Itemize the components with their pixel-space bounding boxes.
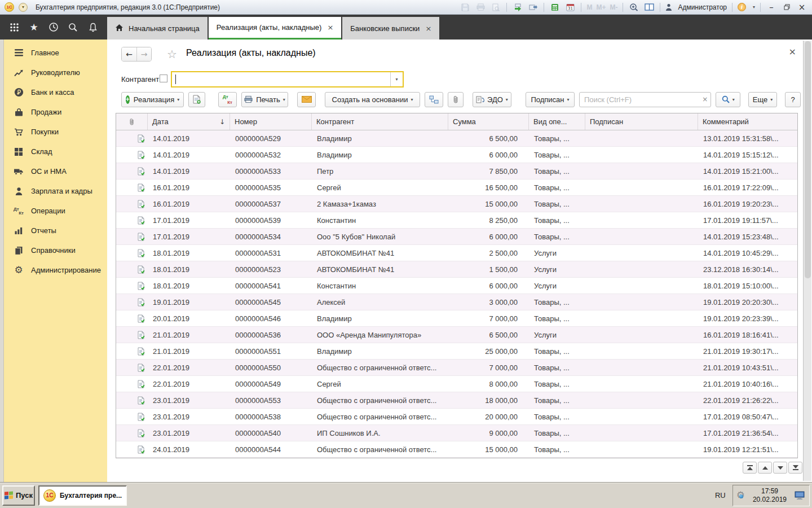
monitor-icon[interactable] [795,491,806,500]
col-sum[interactable]: Сумма [448,113,529,130]
tray-clock[interactable]: 17:59 20.02.2019 [748,487,791,504]
table-row[interactable]: 16.01.2019 0000000А537 2 Камаза+1камаз 1… [116,196,797,212]
table-row[interactable]: 23.01.2019 0000000А553 Общество с ограни… [116,392,797,409]
table-row[interactable]: 21.01.2019 0000000А536 ООО «Аренда Манип… [116,327,797,343]
table-row[interactable]: 19.01.2019 0000000А545 Алексей 3 000,00 … [116,294,797,310]
tab-home[interactable]: Начальная страница [107,17,208,40]
memory-m-button[interactable]: M [586,3,592,11]
col-operation-type[interactable]: Вид опе... [529,113,585,130]
sidebar-item-payroll-hr[interactable]: Зарплата и кадры [4,181,107,201]
nav-up-button[interactable] [758,462,772,474]
table-row[interactable]: 22.01.2019 0000000А549 Сергей 8 000,00 Т… [116,376,797,392]
minimize-button[interactable]: – [766,2,777,12]
copy-document-button[interactable] [188,92,205,107]
sidebar-item-operations[interactable]: ДтКт Операции [4,201,107,221]
close-window-button[interactable]: × [796,2,807,12]
contractor-input[interactable] [172,72,390,86]
table-row[interactable]: 14.01.2019 0000000А529 Владимир 6 500,00… [116,130,797,147]
help-button[interactable]: ? [785,92,801,107]
calendar-icon-button[interactable]: 31 [564,2,576,12]
tab-bank-statements[interactable]: Банковские выписки × [342,17,439,40]
import-link-icon-button[interactable] [512,2,523,12]
table-row[interactable]: 21.01.2019 0000000А551 Владимир 25 000,0… [116,343,797,360]
apps-grid-icon[interactable] [7,20,21,34]
create-based-on-button[interactable]: Создать на основании▾ [325,92,420,107]
print-button[interactable]: Печать▾ [241,92,288,107]
signed-filter-button[interactable]: Подписан▾ [526,92,575,107]
memory-m-plus-button[interactable]: M+ [596,3,606,11]
tab-realization[interactable]: Реализация (акты, накладные) × [209,17,342,40]
memory-m-minus-button[interactable]: M- [610,3,617,11]
table-row[interactable]: 16.01.2019 0000000А535 Сергей 16 500,00 … [116,179,797,196]
table-row[interactable]: 18.01.2019 0000000А531 АВТОКОМБИНАТ №41 … [116,245,797,261]
export-link-icon-button[interactable] [527,2,539,12]
back-button[interactable]: ← [122,47,136,61]
global-search-icon[interactable] [67,20,80,34]
nav-last-button[interactable] [788,462,802,474]
table-row[interactable]: 23.01.2019 0000000А538 Общество с ограни… [116,409,797,425]
sidebar-item-bank-cash[interactable]: Банк и касса [4,82,107,102]
calculator-icon-button[interactable] [549,2,561,12]
table-row[interactable]: 22.01.2019 0000000А550 Общество с ограни… [116,360,797,376]
left-scroll-strip[interactable] [0,40,4,482]
form-scrollbar[interactable] [803,41,811,481]
dt-kt-button[interactable]: ДтКт [218,92,237,107]
edo-button[interactable]: ЭДО▾ [473,92,511,107]
split-view-icon-button[interactable] [643,2,655,12]
nav-down-button[interactable] [773,462,787,474]
sidebar-item-manager[interactable]: Руководителю [4,63,107,82]
save-icon-button[interactable] [460,2,471,12]
zoom-icon-button[interactable] [628,2,639,12]
sidebar-item-warehouse[interactable]: Склад [4,142,107,161]
col-signed[interactable]: Подписан [585,113,698,130]
table-row[interactable]: 17.01.2019 0000000А534 Ооо "5 Кубов" Ник… [116,229,797,245]
system-menu-button[interactable]: ▾ [19,3,28,12]
favorite-star-icon[interactable]: ☆ [167,47,177,61]
scrollbar-thumb[interactable] [805,41,811,278]
sidebar-item-reports[interactable]: Отчеты [4,221,107,240]
contractor-dropdown-button[interactable]: ▾ [390,72,403,86]
print-icon-button[interactable] [475,2,486,12]
sidebar-item-fixed-assets[interactable]: ОС и НМА [4,161,107,181]
table-row[interactable]: 23.01.2019 0000000А540 ИП Сошников И.А. … [116,425,797,441]
favorites-icon[interactable]: ★ [27,20,41,34]
contractor-filter-checkbox[interactable] [160,75,167,82]
tab-close-icon[interactable]: × [425,24,431,33]
search-input[interactable] [580,95,699,104]
col-comment[interactable]: Комментарий [698,113,797,130]
tray-gear-icon[interactable]: ⚙ [736,491,745,500]
sidebar-item-sales[interactable]: Продажи [4,102,107,122]
search-clear-button[interactable]: × [699,95,710,103]
col-attachment[interactable] [116,113,148,130]
table-row[interactable]: 18.01.2019 0000000А541 Константин 6 000,… [116,278,797,294]
create-realization-button[interactable]: + Реализация▾ [121,92,184,107]
table-row[interactable]: 18.01.2019 0000000А523 АВТОКОМБИНАТ №41 … [116,261,797,278]
nav-first-button[interactable] [743,462,757,474]
forward-button[interactable]: → [136,47,151,61]
table-row[interactable]: 14.01.2019 0000000А532 Владимир 6 000,00… [116,147,797,163]
col-number[interactable]: Номер [230,113,312,130]
sidebar-item-main[interactable]: Главное [4,43,107,63]
col-date[interactable]: Дата ↓ [148,113,230,130]
tab-close-icon[interactable]: × [327,23,333,32]
notifications-bell-icon[interactable] [86,20,100,34]
more-button[interactable]: Еще▾ [748,92,777,107]
sidebar-item-directories[interactable]: Справочники [4,240,107,260]
email-button[interactable] [297,92,316,107]
sidebar-item-administration[interactable]: ⚙ Администрирование [4,260,107,280]
table-row[interactable]: 20.01.2019 0000000А546 Владимир 7 000,00… [116,310,797,327]
info-icon-button[interactable]: i [738,3,746,11]
restore-button[interactable] [781,2,792,12]
structure-subordination-button[interactable] [425,92,443,107]
form-close-button[interactable]: × [789,46,796,57]
start-button[interactable]: Пуск [2,485,35,506]
table-row[interactable]: 14.01.2019 0000000А533 Петр 7 850,00 Тов… [116,163,797,179]
table-row[interactable]: 17.01.2019 0000000А539 Константин 8 250,… [116,212,797,229]
history-icon[interactable] [47,20,60,34]
advanced-search-button[interactable]: ▾ [716,92,740,107]
attach-button[interactable] [448,92,464,107]
sidebar-item-purchases[interactable]: Покупки [4,122,107,142]
language-indicator[interactable]: RU [715,491,726,500]
print-preview-icon-button[interactable] [490,2,501,12]
col-contractor[interactable]: Контрагент [312,113,448,130]
